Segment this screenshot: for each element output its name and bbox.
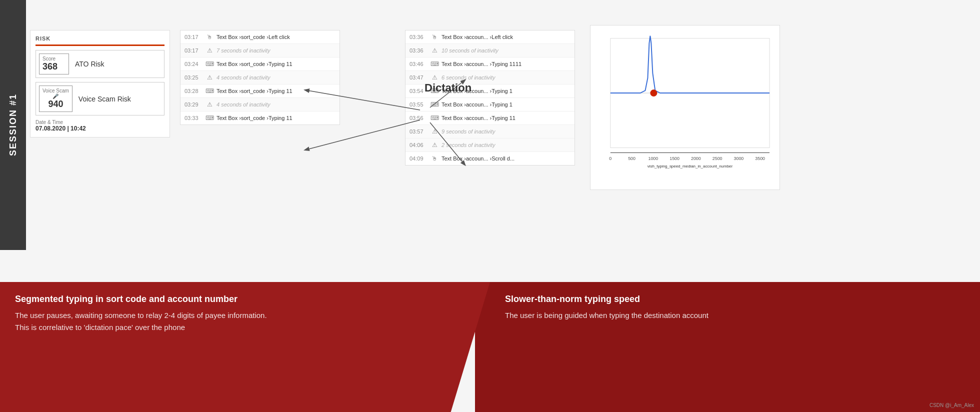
event-description: 4 seconds of inactivity	[216, 102, 336, 108]
event-log-right: 03:36🖱Text Box ›accoun... ›Left click03:…	[405, 30, 575, 166]
svg-text:3500: 3500	[755, 156, 765, 161]
risk-panel: RISK Score 368 ATO Risk Voice Scam 🎤 940…	[30, 30, 170, 138]
session-label: SESSION #1	[8, 94, 18, 156]
event-time: 04:06	[410, 142, 428, 148]
event-description: 6 seconds of inactivity	[442, 74, 570, 80]
event-description: 4 seconds of inactivity	[216, 74, 336, 80]
voice-scam-box: Voice Scam 🎤 940	[39, 86, 72, 112]
list-item: 03:56⌨Text Box ›accoun... ›Typing 11	[406, 112, 574, 125]
bottom-right-text: The user is being guided when typing the…	[505, 310, 965, 322]
event-description: Text Box ›sort_code ›Typing 11	[216, 88, 336, 94]
ato-score-value: 368	[42, 62, 66, 72]
event-time: 03:24	[184, 61, 202, 67]
voice-scam-row: Voice Scam 🎤 940 Voice Scam Risk	[36, 82, 164, 116]
risk-divider	[36, 44, 164, 46]
chart-panel: 0 500 1000 1500 2000 2500 3000 3500 vish…	[590, 25, 780, 190]
list-item: 03:46⌨Text Box ›accoun... ›Typing 1111	[406, 58, 574, 71]
event-time: 03:25	[184, 74, 202, 80]
list-item: 03:29⚠4 seconds of inactivity	[180, 98, 340, 112]
event-description: 9 seconds of inactivity	[442, 128, 570, 134]
warning-icon: ⚠	[206, 74, 214, 82]
warning-icon: ⚠	[206, 46, 214, 54]
svg-text:1000: 1000	[648, 156, 658, 161]
event-time: 03:28	[184, 88, 202, 94]
event-time: 03:57	[410, 128, 428, 134]
event-description: Text Box ›accoun... ›Typing 1111	[442, 61, 570, 67]
bottom-left-text: The user pauses, awaiting someone to rel…	[15, 310, 475, 334]
voice-scam-label: Voice Scam	[42, 88, 69, 94]
voice-scam-value: 940	[42, 99, 69, 110]
list-item: 03:55⌨Text Box ›accoun... ›Typing 1	[406, 98, 574, 112]
chart-svg: 0 500 1000 1500 2000 2500 3000 3500 vish…	[596, 30, 774, 170]
event-description: 2 seconds of inactivity	[442, 142, 570, 148]
event-time: 03:47	[410, 74, 428, 80]
warning-icon: ⚠	[430, 74, 438, 82]
svg-text:2000: 2000	[691, 156, 701, 161]
event-time: 03:56	[410, 115, 428, 121]
bottom-left-title: Segmented typing in sort code and accoun…	[15, 294, 475, 304]
list-item: 03:24⌨Text Box ›sort_code ›Typing 11	[180, 58, 340, 71]
svg-point-6	[650, 90, 657, 96]
session-sidebar: SESSION #1	[0, 0, 26, 250]
event-description: Text Box ›sort_code ›Typing 11	[216, 115, 336, 121]
list-item: 03:57⚠9 seconds of inactivity	[406, 125, 574, 138]
microphone-icon: 🎤	[42, 94, 69, 99]
bottom-left-panel: Segmented typing in sort code and accoun…	[0, 282, 490, 412]
keyboard-icon: ⌨	[206, 87, 214, 95]
event-log-left: 03:17🖱Text Box ›sort_code ›Left click03:…	[180, 30, 340, 125]
event-description: 7 seconds of inactivity	[216, 48, 336, 54]
event-time: 03:33	[184, 115, 202, 121]
event-description: Text Box ›accoun... ›Left click	[442, 34, 570, 40]
list-item: 03:17🖱Text Box ›sort_code ›Left click	[180, 30, 340, 44]
event-time: 04:09	[410, 156, 428, 162]
list-item: 03:28⌨Text Box ›sort_code ›Typing 11	[180, 84, 340, 98]
keyboard-icon: ⌨	[430, 114, 438, 122]
event-description: 10 seconds of inactivity	[442, 48, 570, 54]
event-time: 03:36	[410, 48, 428, 54]
ato-risk-name: ATO Risk	[75, 60, 104, 68]
event-description: Text Box ›accoun... ›Scroll d...	[442, 156, 570, 162]
keyboard-icon: ⌨	[430, 100, 438, 108]
chart-area: 0 500 1000 1500 2000 2500 3000 3500 vish…	[596, 30, 774, 170]
warning-icon: ⚠	[430, 141, 438, 149]
watermark: CSDN @i_Am_Alex	[930, 402, 974, 408]
keyboard-icon: ⌨	[430, 60, 438, 68]
mouse-icon: 🖱	[430, 33, 438, 41]
bottom-panels: Segmented typing in sort code and accoun…	[0, 282, 980, 412]
mouse-icon: 🖱	[206, 33, 214, 41]
event-time: 03:46	[410, 61, 428, 67]
event-time: 03:17	[184, 34, 202, 40]
event-description: Text Box ›sort_code ›Left click	[216, 34, 336, 40]
list-item: 03:36🖱Text Box ›accoun... ›Left click	[406, 30, 574, 44]
voice-scam-risk-name: Voice Scam Risk	[78, 95, 131, 103]
risk-title: RISK	[36, 36, 164, 42]
event-time: 03:29	[184, 102, 202, 108]
ato-score-label: Score	[42, 56, 66, 62]
bottom-right-title: Slower-than-norm typing speed	[505, 294, 965, 304]
list-item: 03:36⚠10 seconds of inactivity	[406, 44, 574, 58]
event-description: Text Box ›accoun... ›Typing 1	[442, 102, 570, 108]
bottom-right-panel: Slower-than-norm typing speed The user i…	[475, 282, 980, 412]
svg-text:3000: 3000	[734, 156, 744, 161]
event-description: Text Box ›accoun... ›Typing 11	[442, 115, 570, 121]
list-item: 04:06⚠2 seconds of inactivity	[406, 138, 574, 152]
svg-text:0: 0	[609, 156, 612, 161]
date-time-value: 07.08.2020 | 10:42	[36, 125, 164, 132]
dictation-label: Dictation	[424, 82, 472, 94]
event-description: Text Box ›sort_code ›Typing 11	[216, 61, 336, 67]
date-time-label: Date & Time	[36, 120, 164, 125]
ato-score-box: Score 368	[39, 54, 69, 74]
date-time-section: Date & Time 07.08.2020 | 10:42	[36, 120, 164, 132]
event-time: 03:17	[184, 48, 202, 54]
event-time: 03:55	[410, 102, 428, 108]
svg-text:2500: 2500	[712, 156, 722, 161]
list-item: 03:25⚠4 seconds of inactivity	[180, 71, 340, 84]
warning-icon: ⚠	[430, 46, 438, 54]
list-item: 04:09🖱Text Box ›accoun... ›Scroll d...	[406, 152, 574, 165]
svg-text:vish_typing_speed_median_in_ac: vish_typing_speed_median_in_account_numb…	[648, 164, 733, 168]
event-time: 03:36	[410, 34, 428, 40]
warning-icon: ⚠	[430, 128, 438, 136]
warning-icon: ⚠	[206, 100, 214, 108]
list-item: 03:33⌨Text Box ›sort_code ›Typing 11	[180, 112, 340, 124]
ato-risk-row: Score 368 ATO Risk	[36, 50, 164, 78]
